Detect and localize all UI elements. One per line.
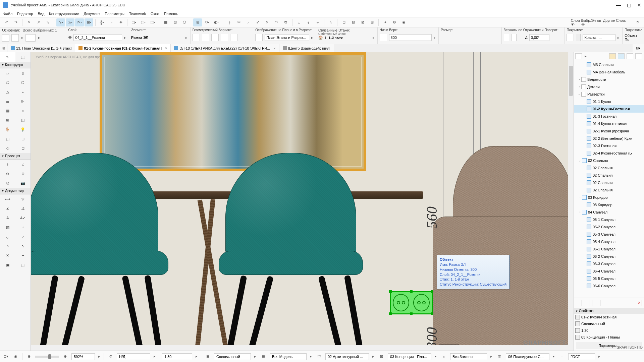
trim-btn[interactable]: ✂ (234, 18, 243, 26)
door-tool[interactable]: ⟐ (15, 106, 31, 115)
group-btn[interactable]: ⊡ (339, 18, 348, 26)
sb-f1[interactable]: Н/Д (117, 353, 150, 360)
object-tool[interactable]: 🪑 (0, 125, 15, 134)
pick-button[interactable]: ✎ (24, 18, 33, 26)
sb-f4[interactable]: Вся Модель (270, 353, 307, 360)
change-tool[interactable]: ⬚ (15, 260, 31, 269)
section-tool[interactable]: ⟊ (0, 160, 15, 169)
geom-btn-2[interactable] (202, 34, 209, 41)
menu-file[interactable]: Файл (3, 12, 12, 16)
geom-btn-1[interactable] (193, 34, 200, 41)
stair-tool[interactable]: ☰ (0, 97, 15, 106)
sb-icon-7[interactable]: ⟊ (558, 353, 566, 360)
tab-elevation[interactable]: 01-2 Кухня-Гостиная [01-2 Кухня-Гостиная… (75, 44, 171, 52)
label-tool[interactable]: A↙ (15, 213, 31, 223)
gravity-button[interactable]: ⟱ (116, 18, 125, 26)
nav-settings[interactable] (600, 300, 606, 306)
slab-tool[interactable]: ⬡ (15, 78, 31, 87)
arc-tool[interactable]: ◡ (0, 232, 15, 241)
mirror-btn[interactable]: ◐▾ (212, 18, 221, 26)
menu-document[interactable]: Документ (84, 12, 100, 16)
lock-btn[interactable]: ⊞ (368, 18, 376, 26)
nav-map-publisher[interactable] (635, 53, 642, 59)
tree-item[interactable]: ›03 Коридор (574, 194, 644, 201)
selected-outlet[interactable] (390, 291, 433, 314)
energy-btn[interactable]: ◉ (399, 18, 408, 26)
sb-scale[interactable]: 1:30 (162, 353, 192, 360)
menu-window[interactable]: Окно (151, 12, 159, 16)
tab-action-center[interactable]: [Центр Взаимодействия] (279, 44, 334, 52)
zoom-out[interactable]: ⊖ (25, 353, 33, 360)
marquee-btn[interactable]: ⊞ (193, 18, 202, 26)
sb-f5[interactable]: 02 Архитектурный ... (325, 353, 369, 360)
tree-item[interactable]: ⌄Развертки (574, 90, 644, 98)
sb-icon-2[interactable]: ▦ (260, 353, 267, 360)
shell-tool[interactable]: ⟁ (15, 87, 31, 97)
navigator-tree[interactable]: М3 СпальняМ4 Ванная мебель›Ведомости›Дет… (574, 60, 644, 298)
roof-tool[interactable]: △ (0, 87, 15, 97)
detail-tool[interactable]: ◎ (0, 178, 15, 188)
opening-tool[interactable]: ⊡ (15, 143, 31, 153)
quick-options[interactable]: ⊡▾ (2, 353, 9, 360)
line-tool[interactable]: ⟋ (15, 223, 31, 232)
tree-item[interactable]: 06-6 Санузел (574, 282, 644, 290)
tree-item[interactable]: 01-3 Гостиная (574, 113, 644, 120)
tree-item[interactable]: 01-1 Кухня (574, 98, 644, 105)
tree-item[interactable]: ›Ведомости (574, 76, 644, 83)
tree-item[interactable]: 06-1 Санузел (574, 245, 644, 253)
toolbox-design[interactable]: Конструиро (0, 62, 31, 68)
snap-button[interactable]: ⊞▾ (85, 18, 93, 26)
geom-btn-3[interactable] (211, 34, 219, 41)
close-button[interactable]: ✕ (637, 2, 641, 8)
rotate-btn[interactable]: ↻▾ (203, 18, 211, 26)
worksheet-tool[interactable]: ⊕ (15, 169, 31, 178)
orientation-icon[interactable]: ⟲ (107, 353, 114, 360)
sb-icon-4[interactable]: ⊡ (378, 353, 385, 360)
sb-f9[interactable]: ГОСТ (568, 353, 595, 360)
arrow-tool[interactable]: ↖ (0, 52, 15, 62)
tree-item[interactable]: 02 Спальня (574, 179, 644, 186)
nav-popup-btn[interactable] (575, 53, 582, 59)
hotspot-tool[interactable]: ✕ (0, 251, 15, 260)
mep-btn[interactable]: ✦ (381, 18, 389, 26)
morph-tool[interactable]: ◇ (0, 143, 15, 153)
sb-f3[interactable]: Специальный (214, 353, 251, 360)
tree-item[interactable]: 01-4 Кухня-гостиная (574, 120, 644, 127)
tree-item[interactable]: 06-4 Санузел (574, 267, 644, 275)
zoom-in[interactable]: ⊕ (61, 353, 69, 360)
layer-field[interactable]: 04_2_1__Розетки (73, 34, 122, 41)
tree-item[interactable]: 01-2 Кухня-Гостиная (574, 105, 644, 113)
tree-item[interactable]: 06-5 Санузел (574, 275, 644, 282)
figure-tool[interactable]: ✦ (15, 251, 31, 260)
tree-item[interactable]: 05-3 Санузел (574, 231, 644, 238)
ruler-button[interactable]: ⟋ (107, 18, 116, 26)
trace-btn[interactable]: ⬚▾ (148, 18, 157, 26)
redo-button[interactable]: ↷ (11, 18, 20, 26)
beam-tool[interactable]: ⬠ (0, 78, 15, 87)
drawing-tool[interactable]: ▣ (0, 260, 15, 269)
ungroup-btn[interactable]: ⊟ (349, 18, 358, 26)
guideline-3[interactable]: ⇱▾ (75, 18, 84, 26)
v-scrollbar[interactable] (568, 52, 574, 351)
fill-tool[interactable]: ▨ (0, 223, 15, 232)
geom-btn-4[interactable] (221, 34, 228, 41)
minimize-button[interactable]: — (616, 2, 621, 8)
sb-icon-3[interactable]: ⬚ (315, 353, 323, 360)
graphisoft-id[interactable]: GRAPHISOFT ID (616, 346, 643, 349)
sb-f7[interactable]: Без Замены (450, 353, 487, 360)
tab-plan[interactable]: 13. План Электрики [1. 1-й этаж] (7, 44, 75, 52)
tree-item[interactable]: 02-4 Кухня-гостиная (Б (574, 149, 644, 157)
display-field[interactable]: План Этажа и Разрез... (265, 34, 309, 41)
surface-swatch[interactable] (576, 34, 581, 41)
nav-map-project[interactable] (609, 53, 616, 59)
tree-item[interactable]: 03 Коридор (574, 201, 644, 208)
sb-f8[interactable]: 06 Планируемое С... (506, 353, 549, 360)
collision-btn[interactable]: ⚙ (390, 18, 399, 26)
tree-item[interactable]: 02-3 Гостиная (574, 142, 644, 149)
guideline-2[interactable]: ⇲▾ (66, 18, 74, 26)
nav-clone[interactable] (592, 300, 598, 306)
favorites-btn[interactable]: ☆ (326, 18, 335, 26)
offset-btn[interactable]: ⧉ (281, 18, 290, 26)
toolbox-viewpoint[interactable]: Проекция (0, 153, 31, 160)
zoom-value[interactable]: 592% (71, 353, 95, 360)
